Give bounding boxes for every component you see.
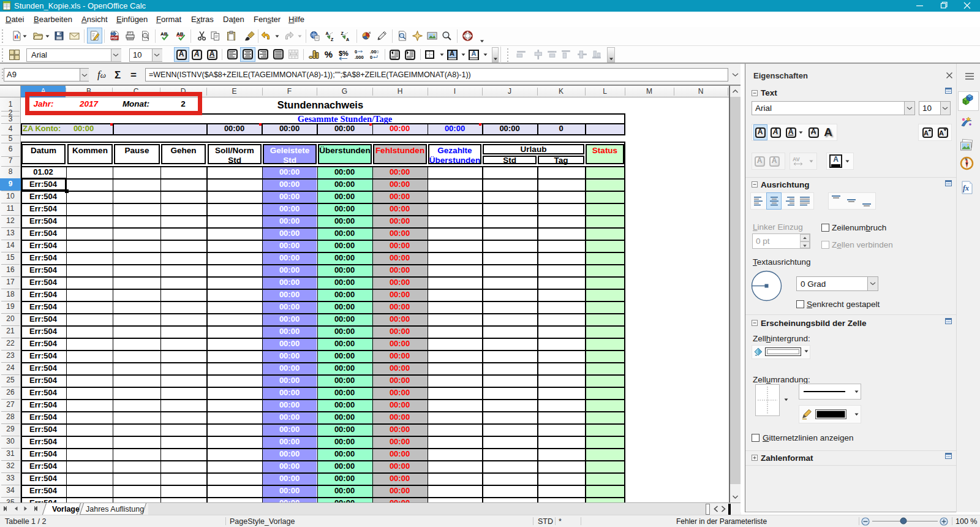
svg-text:A: A <box>326 31 329 36</box>
svg-text:Z: Z <box>341 31 344 36</box>
svg-text:.000: .000 <box>355 55 364 60</box>
svg-text:0: 0 <box>355 49 357 55</box>
svg-text:A: A <box>346 37 349 42</box>
svg-text:fx: fx <box>963 184 969 192</box>
svg-text:$%: $% <box>339 50 349 57</box>
svg-text:AV: AV <box>793 156 800 162</box>
svg-text:0: 0 <box>377 49 379 55</box>
svg-text:Z: Z <box>331 37 334 42</box>
svg-text:PDF: PDF <box>111 36 118 40</box>
svg-text:N: N <box>965 157 968 161</box>
svg-text:.00: .00 <box>370 49 376 55</box>
svg-text:0: 0 <box>370 55 372 60</box>
